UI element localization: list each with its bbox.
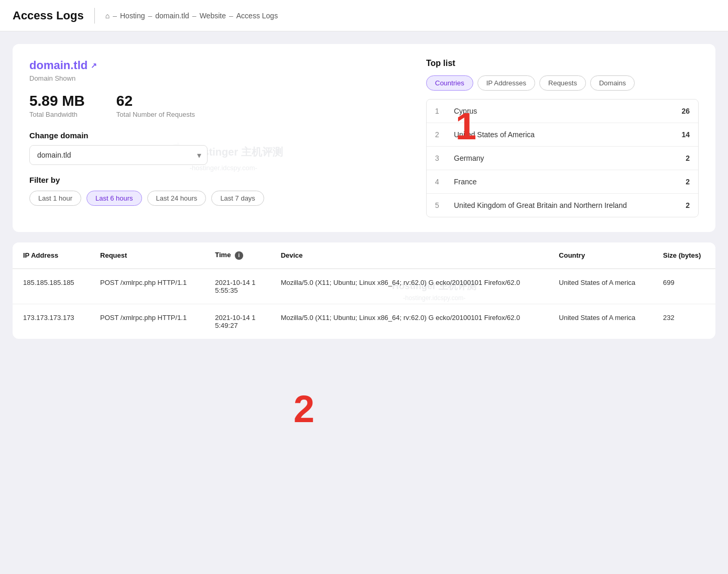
list-name: France <box>448 178 686 186</box>
list-item: 2 United States of America 14 <box>427 123 698 147</box>
filter-label: Filter by <box>29 175 405 184</box>
breadcrumb-website[interactable]: Website <box>200 12 226 20</box>
filter-chips: Last 1 hour Last 6 hours Last 24 hours L… <box>29 191 405 206</box>
access-log-table: IP Address Request Time i Device Country… <box>13 242 715 339</box>
cell-time: 2021-10-14 15:55:35 <box>204 269 270 304</box>
domain-select[interactable]: domain.tld <box>29 145 208 165</box>
domain-select-wrapper: domain.tld ▾ <box>29 145 208 165</box>
top-list-tabs: Countries IP Addresses Requests Domains <box>426 75 699 91</box>
table-header-row: IP Address Request Time i Device Country… <box>13 242 715 269</box>
list-item: 4 France 2 <box>427 170 698 194</box>
bandwidth-stat: 5.89 MB Total Bandwidth <box>29 93 85 118</box>
change-domain-label: Change domain <box>29 131 405 140</box>
col-time: Time i <box>204 242 270 269</box>
breadcrumb-sep-4: – <box>229 12 233 20</box>
top-list-panel: Top list Countries IP Addresses Requests… <box>426 59 699 217</box>
left-panel: domain.tld ↗︎ Domain Shown 5.89 MB Total… <box>29 59 405 217</box>
list-name: United Kingdom of Great Britain and Nort… <box>448 201 686 209</box>
list-count: 26 <box>681 107 690 115</box>
filter-chip-24hours[interactable]: Last 24 hours <box>147 191 207 206</box>
top-bar: Access Logs ⌂ – Hosting – domain.tld – W… <box>0 0 728 31</box>
breadcrumb: ⌂ – Hosting – domain.tld – Website – Acc… <box>105 12 278 20</box>
cell-country: United States of A merica <box>548 269 653 304</box>
filter-chip-7days[interactable]: Last 7 days <box>211 191 264 206</box>
top-card: ☕ Hostinger 主机评测 -hostinger.idcspy.com- … <box>13 44 715 232</box>
col-device: Device <box>270 242 549 269</box>
external-link-icon: ↗︎ <box>91 61 97 70</box>
page-title: Access Logs <box>13 9 84 23</box>
breadcrumb-sep-3: – <box>192 12 197 20</box>
breadcrumb-sep-1: – <box>113 12 117 20</box>
table-card: Hostinger 主机评测 -hostinger.idcspy.com- IP… <box>13 242 715 339</box>
requests-value: 62 <box>116 93 195 109</box>
cell-time: 2021-10-14 15:49:27 <box>204 304 270 339</box>
title-divider <box>94 8 95 24</box>
main-content: ☕ Hostinger 主机评测 -hostinger.idcspy.com- … <box>0 31 728 351</box>
list-name: Cyprus <box>448 107 681 115</box>
top-list-container: 1 Cyprus 26 2 United States of America 1… <box>426 99 699 217</box>
list-num: 2 <box>435 130 448 139</box>
cell-ip: 185.185.185.185 <box>13 269 90 304</box>
list-num: 4 <box>435 178 448 186</box>
list-count: 2 <box>686 154 690 162</box>
list-name: United States of America <box>448 130 681 139</box>
col-request: Request <box>90 242 204 269</box>
col-country: Country <box>548 242 653 269</box>
cell-size: 232 <box>653 304 715 339</box>
domain-name: domain.tld <box>29 59 88 72</box>
list-num: 1 <box>435 107 448 115</box>
list-item: 3 Germany 2 <box>427 147 698 170</box>
bandwidth-label: Total Bandwidth <box>29 111 85 118</box>
cell-size: 699 <box>653 269 715 304</box>
tab-requests[interactable]: Requests <box>539 75 586 91</box>
tab-domains[interactable]: Domains <box>590 75 635 91</box>
cell-device: Mozilla/5.0 (X11; Ubuntu; Linux x86_64; … <box>270 304 549 339</box>
filter-chip-6hours[interactable]: Last 6 hours <box>86 191 142 206</box>
home-icon[interactable]: ⌂ <box>105 12 110 20</box>
list-count: 2 <box>686 201 690 209</box>
col-ip: IP Address <box>13 242 90 269</box>
filter-chip-1hour[interactable]: Last 1 hour <box>29 191 81 206</box>
list-num: 5 <box>435 201 448 209</box>
list-item: 1 Cyprus 26 <box>427 100 698 123</box>
breadcrumb-domain[interactable]: domain.tld <box>155 12 189 20</box>
tab-countries[interactable]: Countries <box>426 75 473 91</box>
requests-label: Total Number of Requests <box>116 111 195 118</box>
overlay-number-2: 2 <box>294 388 314 431</box>
cell-device: Mozilla/5.0 (X11; Ubuntu; Linux x86_64; … <box>270 269 549 304</box>
cell-request: POST /xmlrpc.php HTTP/1.1 <box>90 304 204 339</box>
list-name: Germany <box>448 154 686 162</box>
cell-ip: 173.173.173.173 <box>13 304 90 339</box>
table-row: 173.173.173.173 POST /xmlrpc.php HTTP/1.… <box>13 304 715 339</box>
cell-country: United States of A merica <box>548 304 653 339</box>
top-list-scroll[interactable]: 1 Cyprus 26 2 United States of America 1… <box>427 100 698 217</box>
domain-shown-label: Domain Shown <box>29 74 405 82</box>
time-info-icon[interactable]: i <box>235 251 243 260</box>
list-count: 14 <box>681 130 690 139</box>
requests-stat: 62 Total Number of Requests <box>116 93 195 118</box>
breadcrumb-sep-2: – <box>148 12 152 20</box>
tab-ip-addresses[interactable]: IP Addresses <box>477 75 535 91</box>
col-size: Size (bytes) <box>653 242 715 269</box>
bandwidth-value: 5.89 MB <box>29 93 85 109</box>
table-row: 185.185.185.185 POST /xmlrpc.php HTTP/1.… <box>13 269 715 304</box>
list-item: 5 United Kingdom of Great Britain and No… <box>427 194 698 217</box>
breadcrumb-access-logs[interactable]: Access Logs <box>236 12 278 20</box>
domain-link[interactable]: domain.tld ↗︎ <box>29 59 405 72</box>
cell-request: POST /xmlrpc.php HTTP/1.1 <box>90 269 204 304</box>
stats-row: 5.89 MB Total Bandwidth 62 Total Number … <box>29 93 405 118</box>
list-num: 3 <box>435 154 448 162</box>
list-count: 2 <box>686 178 690 186</box>
breadcrumb-hosting[interactable]: Hosting <box>120 12 145 20</box>
top-list-title: Top list <box>426 59 699 68</box>
